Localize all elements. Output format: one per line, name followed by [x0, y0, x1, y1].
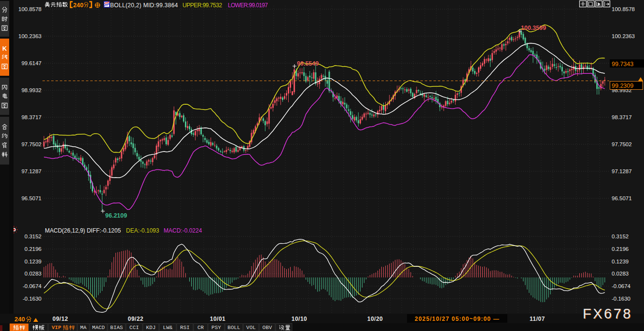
svg-text:UPPER:99.7532: UPPER:99.7532 — [182, 2, 222, 9]
svg-text:MACD(26,12,9) DIFF:-0.1205: MACD(26,12,9) DIFF:-0.1205 — [45, 227, 121, 234]
svg-text:BOLL: BOLL — [227, 325, 240, 331]
svg-text:98.3717: 98.3717 — [21, 114, 42, 120]
svg-text:-0.1630: -0.1630 — [612, 296, 630, 302]
svg-text:100.2363: 100.2363 — [18, 33, 42, 39]
svg-text:10/01: 10/01 — [210, 316, 226, 322]
svg-text:96.5071: 96.5071 — [21, 195, 42, 201]
svg-text:98.9932: 98.9932 — [21, 87, 42, 93]
svg-text:0.3152: 0.3152 — [25, 234, 42, 239]
svg-text:MA: MA — [80, 325, 87, 331]
svg-text:MACD: MACD — [92, 325, 105, 331]
svg-text:99.2309: 99.2309 — [612, 83, 633, 89]
svg-text:LOWER:99.0197: LOWER:99.0197 — [228, 2, 268, 9]
svg-text:10/20: 10/20 — [367, 316, 383, 322]
svg-text:-0.0674: -0.0674 — [23, 283, 42, 289]
svg-text:10/10: 10/10 — [292, 316, 308, 322]
svg-text:0.3152: 0.3152 — [612, 234, 629, 239]
svg-text:100.3599: 100.3599 — [521, 25, 546, 31]
svg-text:KDJ: KDJ — [146, 325, 156, 331]
svg-text:97.7502: 97.7502 — [21, 141, 42, 147]
svg-text:PSY: PSY — [211, 325, 221, 331]
svg-text:K: K — [2, 45, 7, 52]
svg-text:2025/10/27 05:00~09:00 —: 2025/10/27 05:00~09:00 — — [415, 316, 500, 322]
svg-text:100.8578: 100.8578 — [612, 6, 635, 12]
svg-text:BOLL(20,2) MID:99.3864: BOLL(20,2) MID:99.3864 — [110, 2, 178, 9]
svg-text:97.1287: 97.1287 — [21, 168, 42, 174]
svg-text:0.2196: 0.2196 — [612, 246, 629, 252]
svg-text:MACD:-0.0224: MACD:-0.0224 — [164, 227, 202, 234]
svg-text:99.6147: 99.6147 — [21, 60, 42, 66]
svg-text:240: 240 — [14, 316, 25, 323]
svg-text:99.5549: 99.5549 — [297, 60, 319, 67]
svg-text:BIAS: BIAS — [110, 325, 123, 331]
svg-text:VOL: VOL — [246, 325, 256, 331]
svg-text:99.7343: 99.7343 — [612, 61, 633, 68]
svg-text:100.8578: 100.8578 — [18, 6, 42, 12]
svg-text:0.1239: 0.1239 — [25, 259, 42, 264]
svg-text:CR: CR — [197, 325, 204, 331]
svg-text:0.1239: 0.1239 — [612, 259, 629, 264]
svg-text:240: 240 — [73, 1, 84, 9]
svg-text:DEA:-0.1093: DEA:-0.1093 — [126, 227, 159, 234]
svg-text:CCI: CCI — [129, 325, 139, 331]
svg-text:97.1287: 97.1287 — [612, 168, 632, 174]
svg-text:-0.0674: -0.0674 — [612, 283, 631, 289]
svg-text:09/22: 09/22 — [128, 316, 144, 322]
svg-text:-0.1630: -0.1630 — [23, 296, 42, 302]
svg-text:FX678: FX678 — [583, 306, 632, 321]
svg-text:OBV: OBV — [263, 325, 272, 331]
svg-text:100.2363: 100.2363 — [612, 33, 635, 39]
svg-text:98.3717: 98.3717 — [612, 114, 632, 120]
svg-text:0.2196: 0.2196 — [25, 246, 42, 252]
svg-text:11/07: 11/07 — [530, 316, 545, 322]
svg-text:RSI: RSI — [180, 325, 190, 331]
svg-text:0.0283: 0.0283 — [25, 271, 42, 276]
svg-text:96.2109: 96.2109 — [105, 212, 127, 219]
svg-text:LW&: LW& — [163, 325, 173, 331]
svg-text:0.0283: 0.0283 — [612, 271, 629, 276]
svg-text:09/12: 09/12 — [53, 316, 69, 322]
svg-text:96.5071: 96.5071 — [612, 195, 632, 201]
svg-text:VIP: VIP — [52, 325, 61, 331]
svg-text:97.7502: 97.7502 — [612, 141, 632, 147]
